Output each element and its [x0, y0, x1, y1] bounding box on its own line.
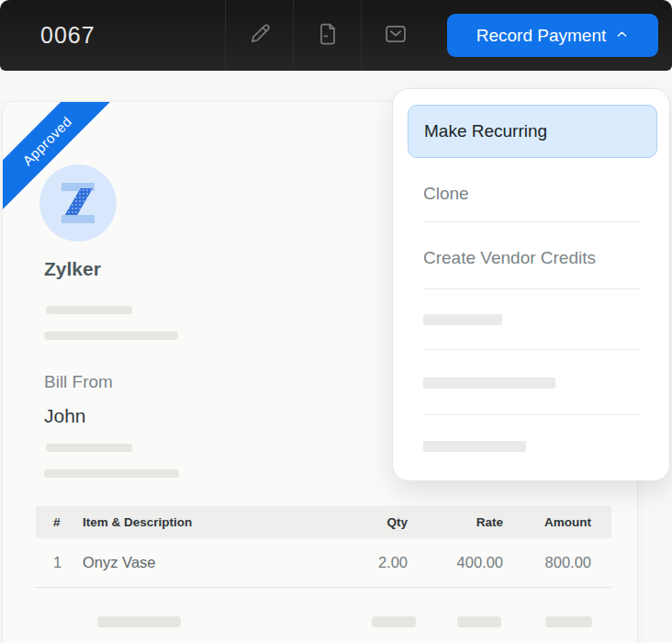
avatar: Z [39, 164, 117, 242]
placeholder-bar [423, 314, 502, 325]
header-description: Item & Description [83, 515, 316, 529]
placeholder-bar [44, 332, 178, 340]
cell-qty: 2.00 [316, 554, 408, 571]
edit-button[interactable] [225, 0, 293, 71]
chevron-up-icon [615, 26, 629, 46]
bill-from-name: John [44, 405, 86, 427]
menu-divider [423, 288, 641, 289]
cell-rate: 400.00 [408, 554, 503, 571]
line-items-table: # Item & Description Qty Rate Amount 1 O… [36, 506, 611, 588]
menu-item-label: Clone [423, 184, 469, 204]
menu-item-label: Make Recurring [424, 121, 547, 141]
bill-from-label: Bill From [44, 372, 113, 392]
cell-number: 1 [53, 554, 83, 571]
table-row: 1 Onyz Vase 2.00 400.00 800.00 [36, 538, 611, 588]
bill-preview-screen: 0067 [0, 0, 672, 643]
status-badge-label: Approved [19, 113, 74, 168]
menu-divider [423, 221, 641, 222]
zylker-logo-icon: Z [61, 183, 95, 223]
menu-item-make-recurring[interactable]: Make Recurring [408, 105, 657, 158]
placeholder-bar [423, 378, 555, 389]
placeholder-bar [97, 616, 181, 627]
placeholder-bar [372, 616, 416, 627]
cell-description: Onyz Vase [83, 554, 316, 571]
document-number: 0067 [0, 0, 225, 71]
header-qty: Qty [316, 515, 408, 529]
menu-divider [423, 414, 641, 415]
placeholder-bar [423, 441, 526, 452]
placeholder-bar [46, 306, 132, 314]
placeholder-bar [545, 616, 592, 627]
topbar-spacer [429, 0, 447, 71]
header-number: # [53, 515, 83, 529]
menu-item-clone[interactable]: Clone [423, 177, 469, 210]
header-rate: Rate [408, 515, 503, 529]
record-payment-label: Record Payment [476, 26, 607, 46]
placeholder-bar [457, 616, 501, 627]
record-payment-dropdown: Make Recurring Clone Create Vendor Credi… [392, 88, 670, 481]
table-header-row: # Item & Description Qty Rate Amount [36, 506, 611, 538]
menu-item-label: Create Vendor Credits [423, 248, 596, 268]
menu-divider [423, 349, 641, 350]
header-amount: Amount [503, 515, 591, 529]
org-name: Zylker [44, 258, 101, 280]
pdf-print-button[interactable] [293, 0, 361, 71]
topbar: 0067 [0, 0, 672, 71]
envelope-icon [383, 21, 409, 51]
email-button[interactable] [361, 0, 429, 71]
cell-amount: 800.00 [503, 554, 591, 571]
placeholder-bar [44, 469, 179, 478]
record-payment-button[interactable]: Record Payment [447, 14, 658, 57]
pencil-icon [247, 21, 273, 51]
placeholder-bar [46, 444, 132, 452]
document-icon [315, 21, 341, 51]
menu-item-create-vendor-credits[interactable]: Create Vendor Credits [423, 242, 596, 275]
